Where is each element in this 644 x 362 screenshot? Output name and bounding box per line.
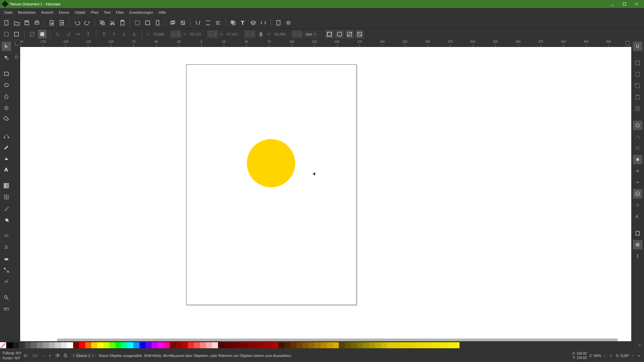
opacity-minus-button[interactable]: − <box>42 353 47 358</box>
h-minus-button[interactable]: − <box>292 31 297 38</box>
color-swatch[interactable] <box>248 342 254 348</box>
rotate-cw-button[interactable] <box>64 30 72 39</box>
rotation-plus-button[interactable]: + <box>637 353 641 358</box>
snap-bbox-corner-button[interactable] <box>633 81 642 90</box>
color-swatch[interactable] <box>206 342 212 348</box>
affect-pattern-button[interactable] <box>355 30 364 39</box>
color-swatch[interactable] <box>381 342 387 348</box>
y-minus-button[interactable]: − <box>207 31 213 38</box>
raise-top-button[interactable] <box>100 30 108 39</box>
menu-erweiterungen[interactable]: Erweiterungen <box>127 9 156 16</box>
gradient-tool[interactable] <box>2 181 11 190</box>
lower-button[interactable] <box>120 30 128 39</box>
lpe-tool[interactable] <box>2 277 11 286</box>
ruler-vertical[interactable] <box>13 47 20 341</box>
color-swatch[interactable] <box>321 342 327 348</box>
color-swatch[interactable] <box>133 342 140 348</box>
color-swatch[interactable] <box>43 342 49 348</box>
rectangle-tool[interactable] <box>2 69 11 78</box>
redo-button[interactable] <box>83 18 92 27</box>
lock-aspect-button[interactable] <box>257 30 265 39</box>
layer-lock-button[interactable] <box>63 353 68 358</box>
zoom-tool[interactable] <box>2 293 11 302</box>
color-swatch[interactable] <box>327 342 333 348</box>
color-swatch[interactable] <box>236 342 242 348</box>
doc-props-button[interactable] <box>274 18 283 27</box>
color-swatch[interactable] <box>158 342 164 348</box>
color-swatch[interactable] <box>170 342 176 348</box>
unit-select[interactable]: mm <box>304 31 318 38</box>
color-swatch[interactable] <box>73 342 79 348</box>
color-swatch[interactable] <box>242 342 248 348</box>
rotation-value[interactable]: 0,00° <box>621 354 629 358</box>
menu-datei[interactable]: Datei <box>1 9 15 16</box>
horizontal-scrollbar[interactable] <box>57 339 618 341</box>
snap-bbox-midpoint-button[interactable] <box>633 93 642 102</box>
color-swatch[interactable] <box>194 342 200 348</box>
y-plus-button[interactable]: + <box>213 31 218 38</box>
menu-bearbeiten[interactable]: Bearbeiten <box>15 9 39 16</box>
color-swatch[interactable] <box>127 342 133 348</box>
color-swatch[interactable] <box>218 342 224 348</box>
color-swatch[interactable] <box>423 342 429 348</box>
snap-smooth-node-button[interactable] <box>633 166 642 176</box>
color-swatch[interactable] <box>345 342 351 348</box>
affect-corners-button[interactable] <box>335 30 344 39</box>
color-swatch[interactable] <box>284 342 290 348</box>
eraser-tool[interactable] <box>2 254 11 263</box>
undo-button[interactable] <box>72 18 82 27</box>
color-swatch[interactable] <box>224 342 230 348</box>
selector-tool[interactable] <box>2 42 11 51</box>
text-tool[interactable]: A <box>2 165 11 174</box>
y-input[interactable] <box>189 31 207 38</box>
tweak-tool[interactable] <box>2 231 11 241</box>
color-swatch[interactable] <box>109 342 115 348</box>
color-swatch[interactable] <box>393 342 399 348</box>
color-swatch[interactable] <box>357 342 363 348</box>
affect-gradient-button[interactable] <box>345 30 354 39</box>
3dbox-tool[interactable] <box>2 103 11 113</box>
color-swatch[interactable] <box>164 342 170 348</box>
color-swatch[interactable] <box>297 342 303 348</box>
ruler-lock-icon[interactable] <box>13 54 20 60</box>
copy-button[interactable] <box>98 18 107 27</box>
color-swatch[interactable] <box>31 342 37 348</box>
ungroup-button[interactable] <box>203 18 213 27</box>
maximize-button[interactable] <box>619 0 631 8</box>
color-swatch[interactable] <box>67 342 73 348</box>
color-swatch[interactable] <box>333 342 339 348</box>
snap-text-baseline-button[interactable]: A <box>633 212 642 221</box>
raise-button[interactable] <box>110 30 118 39</box>
snap-rotation-center-button[interactable] <box>633 200 642 210</box>
toggle-selection-bbox-button[interactable] <box>38 30 47 39</box>
paintbucket-tool[interactable] <box>2 215 11 225</box>
menu-hilfe[interactable]: Hilfe <box>156 9 169 16</box>
snap-path-button[interactable] <box>633 132 642 141</box>
w-plus-button[interactable]: + <box>250 31 255 38</box>
stroke-value[interactable]: N/V <box>14 356 20 360</box>
color-swatch[interactable] <box>37 342 43 348</box>
color-swatch[interactable] <box>375 342 381 348</box>
color-swatch[interactable] <box>315 342 321 348</box>
color-swatch[interactable] <box>441 342 447 348</box>
rotate-ccw-button[interactable] <box>54 30 62 39</box>
snap-bbox-center-button[interactable] <box>633 104 642 113</box>
open-button[interactable] <box>12 18 21 27</box>
color-swatch[interactable] <box>182 342 188 348</box>
snap-line-midpoint-button[interactable] <box>633 178 642 187</box>
display-properties-button[interactable] <box>624 40 631 47</box>
w-minus-button[interactable]: − <box>245 31 250 38</box>
color-swatch[interactable] <box>272 342 278 348</box>
layer-select[interactable]: Ebene 1 <box>70 353 96 358</box>
fill-stroke-button[interactable] <box>228 18 238 27</box>
menu-objekt[interactable]: Objekt <box>72 9 88 16</box>
node-tool[interactable] <box>2 53 11 62</box>
pencil-tool[interactable] <box>2 142 11 152</box>
color-swatch[interactable] <box>369 342 375 348</box>
color-swatch[interactable] <box>230 342 236 348</box>
duplicate-button[interactable] <box>168 18 177 27</box>
spray-tool[interactable] <box>2 243 11 252</box>
color-swatch[interactable] <box>351 342 357 348</box>
palette-menu-icon[interactable] <box>638 342 641 348</box>
layer-visibility-button[interactable] <box>55 353 60 359</box>
